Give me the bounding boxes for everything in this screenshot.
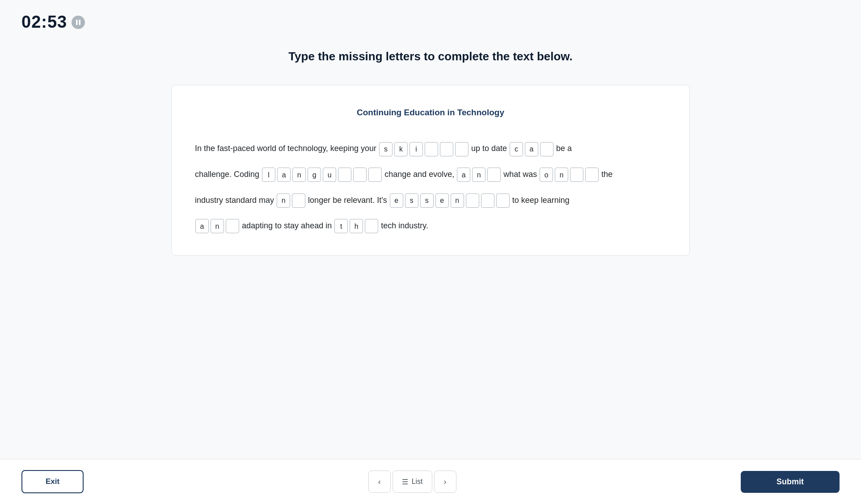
letter-o: o: [540, 168, 553, 182]
text-segment: industry standard may: [195, 196, 276, 205]
letter-n6: n: [211, 219, 224, 233]
letter-i: i: [409, 142, 423, 156]
input-box-13[interactable]: [481, 193, 494, 208]
input-box-5[interactable]: [338, 168, 351, 182]
navigation-group: ‹ ☰ List ›: [368, 470, 456, 493]
text-segment: what was: [503, 170, 539, 179]
letter-a: a: [525, 142, 538, 156]
letter-a2: a: [277, 168, 291, 182]
timer-display: 02:53: [21, 13, 85, 32]
text-segment: to keep learning: [512, 196, 570, 205]
input-box-8[interactable]: [487, 168, 501, 182]
list-button[interactable]: ☰ List: [393, 470, 432, 493]
text-segment: In the fast-paced world of technology, k…: [195, 144, 379, 153]
letter-n: n: [292, 168, 306, 182]
word-languages-group: l a n g u: [262, 168, 382, 182]
input-box-7[interactable]: [368, 168, 382, 182]
text-segment: tech industry.: [381, 221, 428, 230]
text-segment: change and evolve,: [384, 170, 456, 179]
input-box-4[interactable]: [540, 142, 553, 156]
prev-icon: ‹: [378, 477, 381, 487]
letter-t: t: [334, 219, 348, 233]
letter-n4: n: [277, 193, 290, 208]
input-box-6[interactable]: [353, 168, 367, 182]
letter-l: l: [262, 168, 275, 182]
letter-s3: s: [420, 193, 434, 208]
letter-a3: a: [457, 168, 470, 182]
word-once-group: o n: [539, 168, 599, 182]
input-box-15[interactable]: [226, 219, 239, 233]
list-label: List: [412, 478, 423, 486]
text-segment: longer be relevant. It's: [308, 196, 389, 205]
letter-g: g: [308, 168, 321, 182]
pause-button[interactable]: [72, 16, 85, 29]
word-skills-group: s k i: [379, 142, 469, 156]
timer-text: 02:53: [21, 13, 67, 32]
passage-title: Continuing Education in Technology: [195, 101, 666, 123]
text-segment: be a: [556, 144, 572, 153]
instruction-text: Type the missing letters to complete the…: [288, 50, 573, 63]
submit-button[interactable]: Submit: [741, 471, 840, 493]
input-box-2[interactable]: [440, 142, 453, 156]
letter-h: h: [350, 219, 363, 233]
letter-n2: n: [472, 168, 485, 182]
text-segment: challenge. Coding: [195, 170, 262, 179]
letter-a4: a: [195, 219, 209, 233]
input-box-10[interactable]: [585, 168, 599, 182]
text-segment: the: [601, 170, 612, 179]
letter-s: s: [379, 142, 393, 156]
letter-s2: s: [405, 193, 418, 208]
list-icon: ☰: [402, 478, 408, 486]
letter-e2: e: [435, 193, 449, 208]
letter-u: u: [323, 168, 336, 182]
word-the-group: t h: [334, 219, 379, 233]
word-and-group: a n: [456, 168, 501, 182]
prev-button[interactable]: ‹: [368, 470, 391, 493]
main-content: Type the missing letters to complete the…: [0, 32, 861, 459]
svg-rect-0: [76, 20, 78, 25]
top-bar: 02:53: [0, 0, 861, 32]
letter-k: k: [394, 142, 408, 156]
letter-n5: n: [451, 193, 464, 208]
input-box-14[interactable]: [496, 193, 510, 208]
text-segment: up to date: [471, 144, 509, 153]
word-essential-group: e s s e n: [389, 193, 510, 208]
input-box-3[interactable]: [455, 142, 468, 156]
letter-n3: n: [555, 168, 568, 182]
input-box-16[interactable]: [365, 219, 378, 233]
footer: Exit ‹ ☰ List › Submit: [0, 459, 861, 504]
exit-button[interactable]: Exit: [21, 470, 84, 493]
input-box-12[interactable]: [466, 193, 479, 208]
passage-body: In the fast-paced world of technology, k…: [195, 136, 666, 239]
input-box-9[interactable]: [570, 168, 583, 182]
input-box-11[interactable]: [292, 193, 305, 208]
letter-c: c: [510, 142, 523, 156]
word-and2-group: a n: [195, 219, 240, 233]
word-no-group: n: [276, 193, 306, 208]
svg-rect-1: [79, 20, 81, 25]
text-segment: adapting to stay ahead in: [242, 221, 334, 230]
letter-e: e: [390, 193, 403, 208]
next-icon: ›: [444, 477, 447, 487]
next-button[interactable]: ›: [434, 470, 456, 493]
text-exercise-box: Continuing Education in Technology In th…: [171, 85, 690, 256]
word-can-group: c a: [509, 142, 554, 156]
input-box-1[interactable]: [425, 142, 438, 156]
